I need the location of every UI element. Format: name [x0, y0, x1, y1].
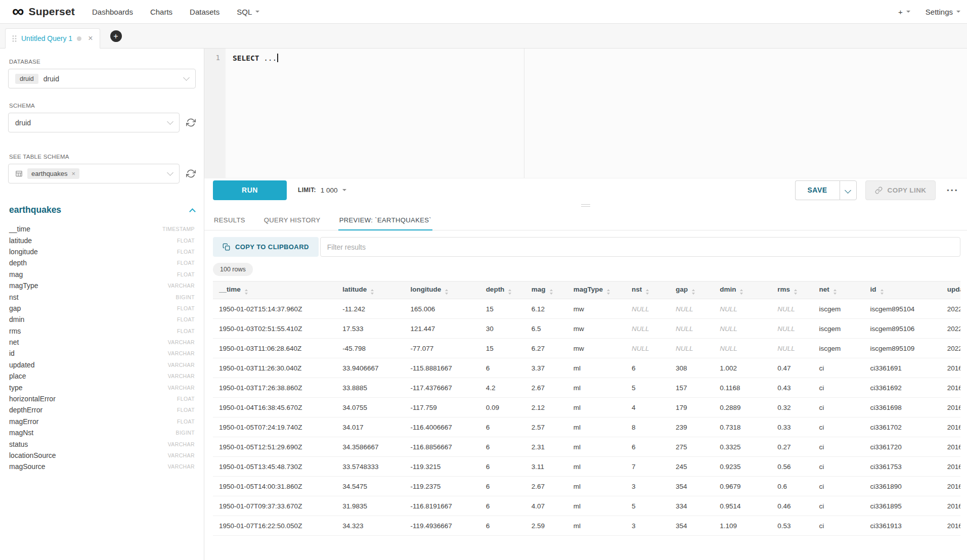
column-header-dmin[interactable]: dmin: [714, 282, 771, 299]
results-tab-preview-earthquakes[interactable]: PREVIEW: `EARTHQUAKES`: [338, 209, 432, 230]
pane-splitter[interactable]: [204, 202, 967, 209]
schema-column-row[interactable]: horizontalErrorFLOAT: [8, 393, 196, 404]
line-number: 1: [216, 54, 220, 62]
schema-column-row[interactable]: placeVARCHAR: [8, 370, 196, 382]
superset-logo[interactable]: ∞ Superset: [12, 5, 75, 19]
schema-column-row[interactable]: nstBIGINT: [8, 291, 196, 302]
sort-icon: [833, 289, 837, 295]
column-header-label: latitude: [342, 286, 367, 293]
column-type: TIMESTAMP: [162, 226, 195, 232]
column-header-nst[interactable]: nst: [626, 282, 670, 299]
schema-column-row[interactable]: statusVARCHAR: [8, 438, 196, 449]
column-header-gap[interactable]: gap: [670, 282, 714, 299]
close-tab-icon[interactable]: ×: [88, 34, 93, 42]
schema-column-row[interactable]: magFLOAT: [8, 269, 196, 280]
column-header-net[interactable]: net: [813, 282, 864, 299]
nav-item-charts[interactable]: Charts: [150, 8, 172, 16]
schema-column-row[interactable]: dminFLOAT: [8, 314, 196, 325]
results-tab-results[interactable]: RESULTS: [213, 209, 246, 230]
schema-column-row[interactable]: rmsFLOAT: [8, 325, 196, 337]
schema-column-row[interactable]: gapFLOAT: [8, 303, 196, 314]
sort-desc-icon: [833, 293, 837, 295]
schema-column-row[interactable]: updatedVARCHAR: [8, 359, 196, 370]
results-tab-query-history[interactable]: QUERY HISTORY: [263, 209, 322, 230]
more-options-button[interactable]: ...: [944, 188, 960, 193]
column-header-mag[interactable]: mag: [525, 282, 567, 299]
top-navbar: ∞ Superset DashboardsChartsDatasetsSQL +…: [0, 0, 967, 24]
column-name: locationSource: [9, 451, 56, 459]
database-select[interactable]: druid druid: [8, 69, 196, 88]
chevron-down-icon: [906, 11, 910, 13]
sql-editor[interactable]: 1 SELECT ...: [204, 49, 967, 178]
table-cell: 1950-01-03T11:06:28.640Z: [213, 339, 336, 358]
schema-column-row[interactable]: depthErrorFLOAT: [8, 404, 196, 415]
refresh-schemas-icon[interactable]: [186, 118, 196, 127]
new-dropdown-button[interactable]: +: [898, 8, 910, 16]
schema-column-row[interactable]: longitudeFLOAT: [8, 246, 196, 257]
nav-item-sql[interactable]: SQL: [237, 8, 259, 16]
table-cell: 6: [480, 457, 525, 477]
sort-asc-icon: [794, 289, 797, 291]
table-cell: iscgem: [813, 319, 864, 339]
table-cell: 157: [670, 378, 714, 398]
schema-select[interactable]: druid: [8, 113, 180, 132]
column-type: FLOAT: [177, 328, 195, 334]
column-header-longitude[interactable]: longitude: [404, 282, 479, 299]
settings-dropdown-button[interactable]: Settings: [926, 8, 960, 16]
column-header-label: rms: [777, 286, 790, 293]
sqllab-sidebar: DATABASE druid druid SCHEMA druid: [0, 49, 204, 560]
text-cursor: [277, 54, 278, 62]
column-header-rms[interactable]: rms: [771, 282, 813, 299]
save-button[interactable]: SAVE: [795, 180, 840, 200]
schema-column-row[interactable]: idVARCHAR: [8, 348, 196, 359]
refresh-tables-icon[interactable]: [186, 169, 196, 178]
schema-column-row[interactable]: locationSourceVARCHAR: [8, 450, 196, 461]
schema-column-row[interactable]: magSourceVARCHAR: [8, 461, 196, 472]
table-cell: 165.006: [404, 299, 479, 319]
table-cell: 1950-01-05T07:24:19.740Z: [213, 417, 336, 437]
run-button[interactable]: RUN: [213, 180, 287, 200]
sort-icon: [445, 289, 448, 295]
column-header-id[interactable]: id: [864, 282, 941, 299]
navbar-right: + Settings: [898, 8, 960, 16]
superset-logo-text: Superset: [29, 6, 75, 18]
schema-column-row[interactable]: latitudeFLOAT: [8, 235, 196, 246]
sqllab-workspace: DATABASE druid druid SCHEMA druid: [0, 49, 967, 560]
schema-column-row[interactable]: netVARCHAR: [8, 337, 196, 348]
remove-table-icon[interactable]: ×: [72, 170, 76, 177]
table-name[interactable]: earthquakes: [9, 205, 61, 215]
column-header-time[interactable]: __time: [213, 282, 336, 299]
nav-item-label: Charts: [150, 8, 172, 16]
query-tab-active[interactable]: Untitled Query 1 ×: [5, 28, 100, 49]
nav-item-datasets[interactable]: Datasets: [190, 8, 219, 16]
schema-column-row[interactable]: __timeTIMESTAMP: [8, 223, 196, 235]
column-type: FLOAT: [177, 305, 195, 311]
column-header-latitude[interactable]: latitude: [336, 282, 404, 299]
table-cell: mw: [567, 319, 626, 339]
filter-results-input[interactable]: [320, 237, 960, 257]
table-cell: 179: [670, 398, 714, 417]
schema-column-row[interactable]: typeVARCHAR: [8, 382, 196, 393]
column-header-updated[interactable]: updated: [941, 282, 960, 299]
table-select[interactable]: earthquakes ×: [8, 164, 180, 183]
schema-column-row[interactable]: magNstBIGINT: [8, 427, 196, 438]
column-header-label: dmin: [720, 286, 736, 293]
chevron-up-icon[interactable]: [189, 208, 196, 215]
schema-column-row[interactable]: magErrorFLOAT: [8, 416, 196, 427]
schema-column-row[interactable]: magTypeVARCHAR: [8, 280, 196, 291]
copy-link-button[interactable]: COPY LINK: [865, 180, 936, 200]
copy-to-clipboard-button[interactable]: COPY TO CLIPBOARD: [213, 237, 319, 257]
add-tab-button[interactable]: +: [110, 30, 122, 42]
nav-item-dashboards[interactable]: Dashboards: [92, 8, 133, 16]
column-header-depth[interactable]: depth: [480, 282, 525, 299]
schema-column-row[interactable]: depthFLOAT: [8, 257, 196, 268]
splitter-handle-icon: [581, 204, 590, 207]
column-name: magNst: [9, 429, 33, 437]
table-cell: 1950-01-07T09:37:33.670Z: [213, 496, 336, 516]
table-cell: 4.07: [525, 496, 567, 516]
sort-asc-icon: [646, 289, 649, 291]
save-dropdown-button[interactable]: [840, 180, 857, 200]
column-header-magtype[interactable]: magType: [567, 282, 626, 299]
limit-dropdown[interactable]: LIMIT: 1 000: [298, 186, 346, 194]
table-cell: 2016-0: [941, 457, 960, 477]
